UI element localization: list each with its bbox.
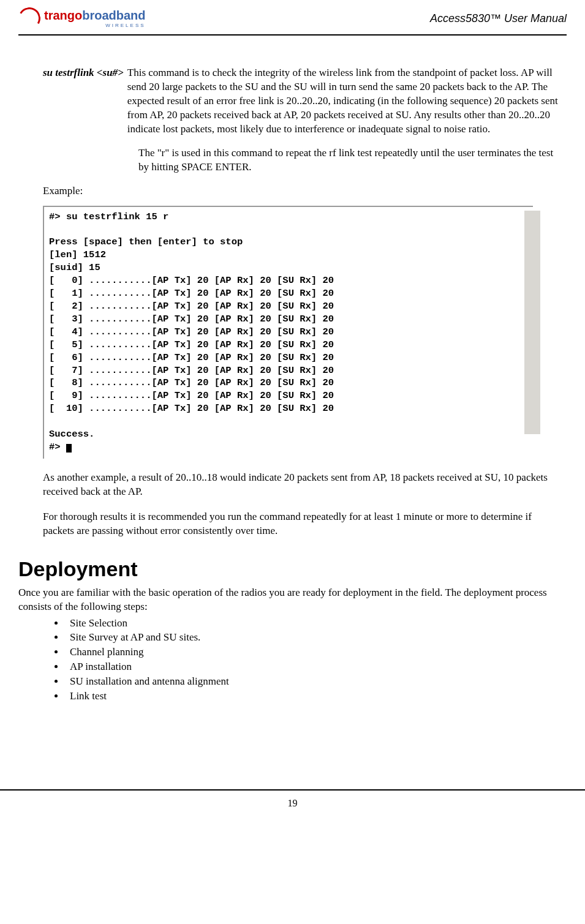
deployment-list: Site Selection Site Survey at AP and SU … xyxy=(65,617,560,704)
list-item: Site Selection xyxy=(65,617,560,631)
list-item: AP installation xyxy=(65,660,560,674)
console-text: #> su testrflink 15 r Press [space] then… xyxy=(49,211,334,453)
deployment-intro: Once you are familiar with the basic ope… xyxy=(18,586,560,614)
manual-title: Access5830™ User Manual xyxy=(430,11,567,26)
page-number: 19 xyxy=(18,797,567,810)
list-item: Link test xyxy=(65,689,560,704)
console-output: #> su testrflink 15 r Press [space] then… xyxy=(43,206,533,459)
list-item: Site Survey at AP and SU sites. xyxy=(65,631,560,645)
deployment-heading: Deployment xyxy=(18,555,560,584)
page-footer: 19 xyxy=(18,789,567,810)
list-item: Channel planning xyxy=(65,645,560,659)
after-console-para-2: For thorough results it is recommended y… xyxy=(43,510,560,538)
command-name: su testrflink <su#> xyxy=(43,66,127,137)
brand-logo: trangobroadband WIRELESS xyxy=(18,7,146,29)
list-item: SU installation and antenna alignment xyxy=(65,675,560,689)
command-block: su testrflink <su#> This command is to c… xyxy=(43,66,560,137)
swoosh-icon xyxy=(16,5,43,32)
command-description: This command is to check the integrity o… xyxy=(127,66,560,137)
logo-text-trango: trango xyxy=(44,9,82,22)
footer-rule xyxy=(0,789,585,791)
cursor-icon xyxy=(66,444,72,453)
console-scrollbar-stub xyxy=(524,211,540,435)
command-r-note: The "r" is used in this command to repea… xyxy=(138,146,560,175)
after-console-para-1: As another example, a result of 20..10..… xyxy=(43,471,560,499)
logo-text-broadband: broadband xyxy=(82,9,145,22)
page-header: trangobroadband WIRELESS Access5830™ Use… xyxy=(18,0,567,36)
example-label: Example: xyxy=(43,184,560,198)
